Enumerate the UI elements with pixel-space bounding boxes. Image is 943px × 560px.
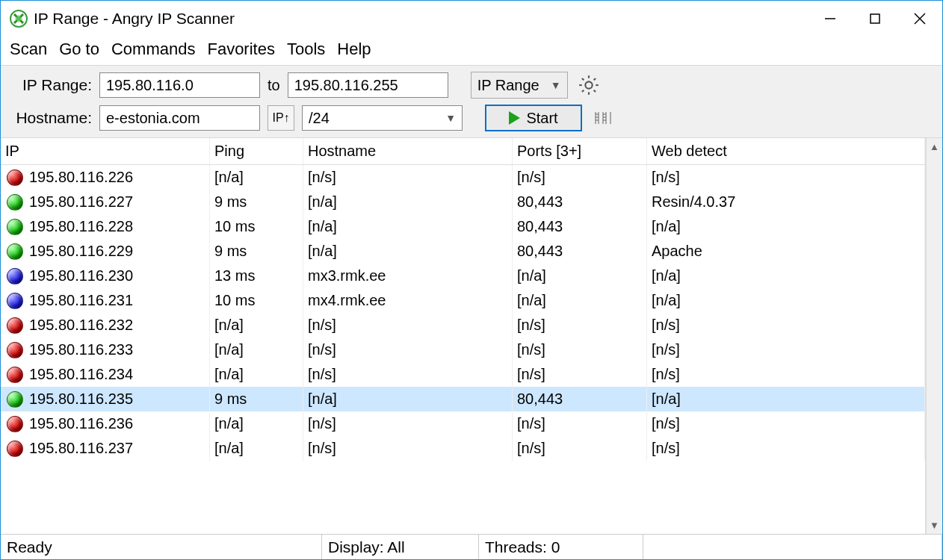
cell-ip: 195.80.116.233 <box>29 341 133 358</box>
table-row[interactable]: 195.80.116.23013 msmx3.rmk.ee[n/a][n/a] <box>1 264 925 288</box>
menu-tools[interactable]: Tools <box>287 40 325 59</box>
table-row[interactable]: 195.80.116.233[n/a][n/s][n/s][n/s] <box>1 337 925 362</box>
cell-web-detect: [n/s] <box>647 165 925 190</box>
menu-help[interactable]: Help <box>337 40 371 59</box>
chevron-down-icon: ▼ <box>445 112 456 124</box>
cell-web-detect: [n/s] <box>647 361 925 388</box>
status-icon <box>7 367 23 383</box>
cell-ports: 80,443 <box>513 189 647 215</box>
cell-ip: 195.80.116.228 <box>29 218 133 235</box>
status-threads: Threads: 0 <box>479 535 643 559</box>
feeder-select[interactable]: IP Range ▼ <box>471 72 568 99</box>
cell-hostname: [n/s] <box>303 312 513 338</box>
table-row[interactable]: 195.80.116.22810 ms[n/a]80,443[n/a] <box>1 214 925 239</box>
header-ip[interactable]: IP <box>1 138 210 164</box>
cell-ping: 9 ms <box>210 189 303 215</box>
results-area: IP Ping Hostname Ports [3+] Web detect 1… <box>1 138 942 534</box>
cell-web-detect: [n/s] <box>647 337 925 363</box>
vertical-scrollbar[interactable]: ▲ ▼ <box>926 138 942 534</box>
feeder-label: IP Range <box>477 77 539 94</box>
cell-ping: [n/a] <box>210 312 303 338</box>
cell-web-detect: [n/s] <box>647 312 925 338</box>
header-ping[interactable]: Ping <box>210 138 303 164</box>
table-row[interactable]: 195.80.116.226[n/a][n/s][n/s][n/s] <box>1 165 925 190</box>
table-row[interactable]: 195.80.116.236[n/a][n/s][n/s][n/s] <box>1 411 925 436</box>
ip-to-input[interactable] <box>288 72 448 98</box>
svg-rect-2 <box>871 14 879 23</box>
status-fill <box>643 535 942 559</box>
cell-ports: [n/s] <box>513 435 647 461</box>
status-icon <box>7 317 23 334</box>
cell-ports: [n/s] <box>513 312 647 338</box>
start-label: Start <box>526 110 557 127</box>
menu-scan[interactable]: Scan <box>10 40 47 59</box>
cell-web-detect: [n/a] <box>647 287 925 314</box>
svg-line-9 <box>582 78 584 80</box>
cell-ping: 10 ms <box>210 287 303 314</box>
ip-up-button[interactable]: IP↑ <box>268 105 294 131</box>
ip-from-input[interactable] <box>99 72 260 98</box>
cell-web-detect: Resin/4.0.37 <box>647 189 925 215</box>
menu-commands[interactable]: Commands <box>111 40 195 59</box>
svg-line-10 <box>593 90 595 92</box>
cell-ip: 195.80.116.230 <box>29 267 133 284</box>
window-title: IP Range - Angry IP Scanner <box>34 10 235 28</box>
table-row[interactable]: 195.80.116.234[n/a][n/s][n/s][n/s] <box>1 362 925 387</box>
hostname-label: Hostname: <box>10 109 92 127</box>
status-state: Ready <box>1 535 322 559</box>
status-icon <box>7 268 23 284</box>
scroll-up-icon[interactable]: ▲ <box>930 141 939 152</box>
cell-ip: 195.80.116.237 <box>29 440 133 457</box>
table-row[interactable]: 195.80.116.23110 msmx4.rmk.ee[n/a][n/a] <box>1 288 925 313</box>
table-row[interactable]: 195.80.116.237[n/a][n/s][n/s][n/s] <box>1 436 925 461</box>
cell-ip: 195.80.116.226 <box>29 169 133 186</box>
cell-ping: 9 ms <box>210 238 303 264</box>
cell-ping: 13 ms <box>210 263 303 289</box>
menubar: Scan Go to Commands Favorites Tools Help <box>1 37 942 65</box>
cell-web-detect: Apache <box>647 238 925 264</box>
preferences-button[interactable] <box>575 72 602 99</box>
cell-ip: 195.80.116.229 <box>29 243 133 260</box>
cell-hostname: [n/s] <box>303 165 513 190</box>
close-button[interactable] <box>897 1 942 37</box>
fetchers-button[interactable] <box>590 105 616 131</box>
cell-ip: 195.80.116.227 <box>29 193 133 211</box>
cell-ping: [n/a] <box>210 165 303 190</box>
table-row[interactable]: 195.80.116.2359 ms[n/a]80,443[n/a] <box>1 387 925 411</box>
cell-hostname: [n/a] <box>303 386 513 412</box>
header-web-detect[interactable]: Web detect <box>647 138 925 164</box>
cell-ports: 80,443 <box>513 386 647 412</box>
table-row[interactable]: 195.80.116.232[n/a][n/s][n/s][n/s] <box>1 313 925 337</box>
cell-ping: [n/a] <box>210 411 303 437</box>
play-icon <box>509 111 520 125</box>
cell-ip: 195.80.116.235 <box>29 391 133 408</box>
hostname-input[interactable] <box>99 105 260 131</box>
netmask-select[interactable]: /24 ▼ <box>302 105 463 131</box>
netmask-value: /24 <box>309 110 330 127</box>
ip-range-label: IP Range: <box>10 76 92 94</box>
menu-favorites[interactable]: Favorites <box>207 40 274 59</box>
minimize-button[interactable] <box>808 1 853 37</box>
maximize-button[interactable] <box>853 1 897 37</box>
status-icon <box>7 194 23 211</box>
app-icon <box>10 10 28 28</box>
cell-ports: [n/s] <box>513 411 647 437</box>
cell-ip: 195.80.116.232 <box>29 317 133 334</box>
menu-goto[interactable]: Go to <box>59 40 99 59</box>
scroll-down-icon[interactable]: ▼ <box>930 520 939 531</box>
status-icon <box>7 219 23 235</box>
cell-ip: 195.80.116.231 <box>29 292 133 309</box>
table-row[interactable]: 195.80.116.2299 ms[n/a]80,443Apache <box>1 239 925 264</box>
cell-web-detect: [n/a] <box>647 386 925 412</box>
statusbar: Ready Display: All Threads: 0 <box>1 534 942 559</box>
header-ports[interactable]: Ports [3+] <box>513 138 647 164</box>
toolbar: IP Range: to IP Range ▼ <box>1 65 942 138</box>
cell-ping: [n/a] <box>210 361 303 388</box>
svg-line-11 <box>582 90 584 92</box>
cell-web-detect: [n/s] <box>647 435 925 461</box>
header-hostname[interactable]: Hostname <box>303 138 513 164</box>
start-button[interactable]: Start <box>485 105 582 131</box>
cell-hostname: [n/a] <box>303 189 513 215</box>
table-row[interactable]: 195.80.116.2279 ms[n/a]80,443Resin/4.0.3… <box>1 190 925 214</box>
svg-line-12 <box>593 78 595 80</box>
